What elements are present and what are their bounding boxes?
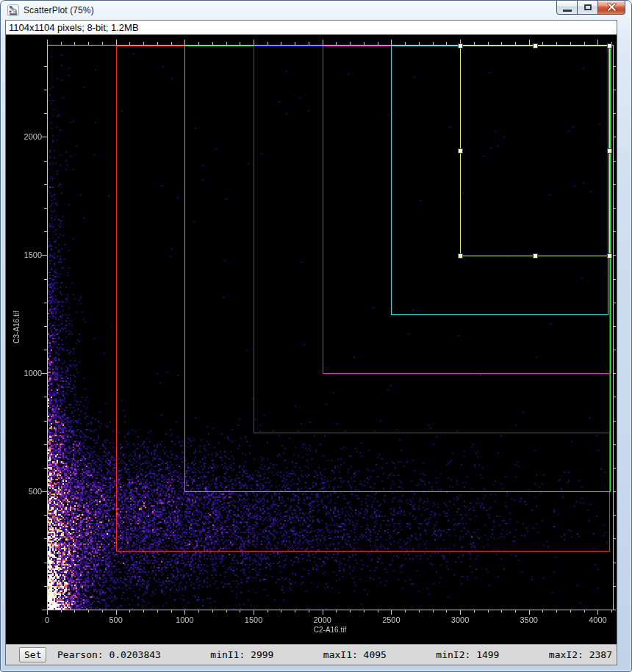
scatterplot-canvas[interactable] [7,35,616,644]
maximize-button[interactable] [577,1,598,15]
image-info-bar: 1104x1104 pixels; 8-bit; 1.2MB [6,21,617,35]
status-bar: Set Pearson: 0.0203843 minI1: 2999 maxI1… [6,644,617,665]
caption-button-group [557,1,625,15]
minimize-button[interactable] [556,1,578,15]
window-title: ScatterPlot (75%) [24,5,94,15]
max-i1-value: maxI1: 4095 [323,649,387,660]
imagej-icon [7,4,19,16]
min-i1-value: minI1: 2999 [210,649,273,660]
min-i2-value: minI2: 1499 [436,649,499,660]
minimize-icon [563,10,572,12]
max-i2-value: maxI2: 2387 [549,649,612,660]
statistics-row: Pearson: 0.0203843 minI1: 2999 maxI1: 40… [57,649,612,660]
set-button[interactable]: Set [19,647,46,662]
scatterplot-window: ScatterPlot (75%) 1104x1104 pixels; 8-bi… [0,0,632,672]
title-bar[interactable]: ScatterPlot (75%) [1,1,631,20]
image-window-content: 1104x1104 pixels; 8-bit; 1.2MB Set Pears… [5,20,617,665]
pearson-value: Pearson: 0.0203843 [57,649,161,660]
close-button[interactable] [597,1,625,15]
maximize-icon [584,4,592,10]
close-icon [607,1,617,14]
